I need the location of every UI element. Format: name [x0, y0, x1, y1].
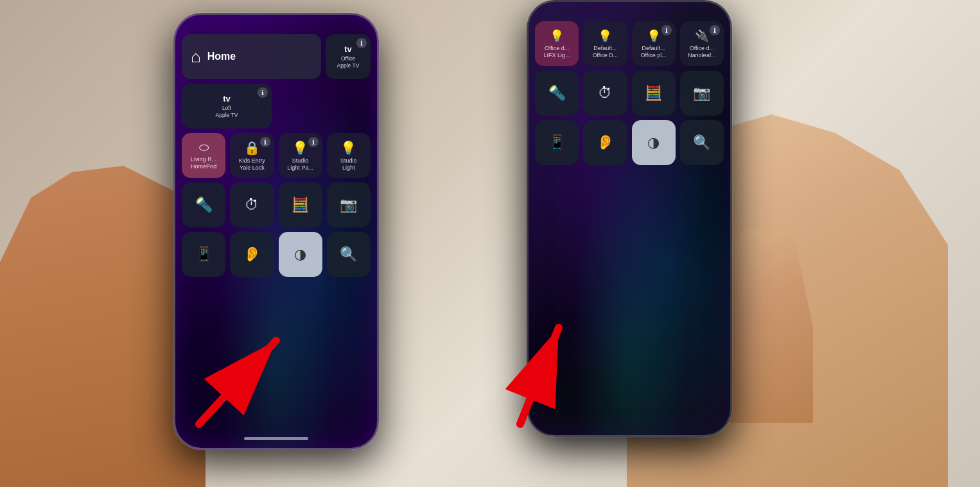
tile-torch[interactable]: 🔦	[182, 182, 225, 227]
tile-default-office-d[interactable]: 💡 Default...Office D...	[583, 21, 627, 66]
bulb-icon: 💡	[340, 140, 356, 155]
accessibility-icon: ◑	[294, 246, 306, 263]
hearing-icon-right: 👂	[597, 134, 614, 151]
camera-icon-right: 📷	[693, 85, 710, 102]
lifx-label: Office d...LIFX Lig...	[544, 45, 570, 59]
tile-calculator[interactable]: 🧮	[279, 182, 322, 227]
info-badge: ℹ	[356, 38, 367, 48]
office-appletv-label: OfficeApple TV	[337, 55, 360, 68]
torch-icon: 🔦	[195, 197, 213, 213]
studio-light-pa-label: StudioLight Pa...	[287, 157, 313, 172]
tile-kids-lock[interactable]: ℹ 🔒 Kids EntryYale Lock	[230, 133, 274, 178]
info-office-pl: ℹ	[661, 25, 672, 35]
scene	[0, 0, 980, 487]
tile-camera-right[interactable]: 📷	[680, 71, 724, 116]
studio-light-label: StudioLight	[340, 157, 357, 172]
bulb-icon-pa: 💡	[292, 140, 308, 155]
home-icon: ⌂	[191, 47, 201, 67]
lock-icon: 🔒	[244, 140, 260, 155]
lock-label: Kids EntryYale Lock	[239, 157, 265, 172]
tile-magnifier[interactable]: 🔍	[327, 232, 371, 277]
tile-accessibility-right[interactable]: ◑	[632, 120, 676, 165]
default-office-d-icon: 💡	[598, 29, 612, 43]
accessibility-icon-right: ◑	[647, 134, 660, 151]
remote-icon-right: 📱	[548, 134, 566, 151]
tile-calculator-right[interactable]: 🧮	[632, 71, 676, 116]
tile-accessibility[interactable]: ◑	[279, 232, 322, 277]
tile-office-appletv[interactable]: ℹ tv OfficeApple TV	[326, 34, 371, 79]
homepod-icon: ⬭	[199, 141, 209, 154]
calc-icon: 🧮	[292, 197, 309, 213]
tile-timer-right[interactable]: ⏱	[583, 71, 627, 116]
default-office-pl-label: Default...Office pl...	[640, 45, 666, 59]
info-nanoleaf: ℹ	[710, 25, 720, 35]
magnifier-icon-right: 🔍	[693, 134, 710, 151]
info-studio-pa: ℹ	[308, 137, 319, 147]
remote-icon: 📱	[195, 246, 213, 263]
calc-icon-right: 🧮	[645, 85, 662, 102]
tile-nanoleaf[interactable]: ℹ 🔌 Office d...Nanoleaf...	[680, 21, 724, 66]
homepod-label: Living R...HomePod	[191, 156, 216, 170]
home-label: Home	[207, 51, 236, 62]
tile-timer[interactable]: ⏱	[230, 182, 274, 227]
phone-right: 💡 Office d...LIFX Lig... 💡 Default...Off…	[527, 0, 732, 437]
timer-icon: ⏱	[245, 197, 259, 213]
magnifier-icon: 🔍	[340, 246, 357, 263]
appletv-brand-loft: tv	[223, 94, 231, 103]
hearing-icon: 👂	[243, 246, 261, 263]
tile-studio-light-pa[interactable]: ℹ 💡 StudioLight Pa...	[279, 133, 322, 178]
info-lock: ℹ	[260, 137, 270, 147]
nanoleaf-icon: 🔌	[695, 29, 709, 43]
tile-remote[interactable]: 📱	[182, 232, 225, 277]
appletv-brand: tv	[344, 44, 352, 54]
nanoleaf-label: Office d...Nanoleaf...	[688, 45, 716, 59]
torch-icon-right: 🔦	[548, 85, 566, 102]
tile-default-office-pl[interactable]: ℹ 💡 Default...Office pl...	[632, 21, 676, 66]
timer-icon-right: ⏱	[598, 85, 612, 102]
default-office-pl-icon: 💡	[647, 29, 661, 43]
tile-remote-right[interactable]: 📱	[535, 120, 579, 165]
info-badge-loft: ℹ	[258, 87, 268, 98]
tile-hearing-right[interactable]: 👂	[583, 120, 627, 165]
home-bar-left	[244, 437, 308, 440]
phone-left: ⌂ Home ℹ tv OfficeApple TV ℹ tv LoftAppl…	[173, 13, 379, 450]
tile-torch-right[interactable]: 🔦	[535, 71, 579, 116]
default-office-d-label: Default...Office D...	[592, 45, 618, 59]
camera-icon: 📷	[340, 197, 357, 213]
tile-hearing[interactable]: 👂	[230, 232, 274, 277]
loft-appletv-label: LoftApple TV	[216, 105, 238, 118]
tile-homepod[interactable]: ⬭ Living R...HomePod	[182, 133, 225, 178]
lifx-icon: 💡	[550, 29, 564, 43]
tile-studio-light[interactable]: 💡 StudioLight	[327, 133, 371, 178]
tile-lifx[interactable]: 💡 Office d...LIFX Lig...	[535, 21, 579, 66]
tile-camera[interactable]: 📷	[327, 182, 371, 227]
tile-magnifier-right[interactable]: 🔍	[680, 120, 724, 165]
home-tile[interactable]: ⌂ Home	[182, 34, 321, 79]
tile-loft-appletv[interactable]: ℹ tv LoftApple TV	[182, 84, 272, 128]
